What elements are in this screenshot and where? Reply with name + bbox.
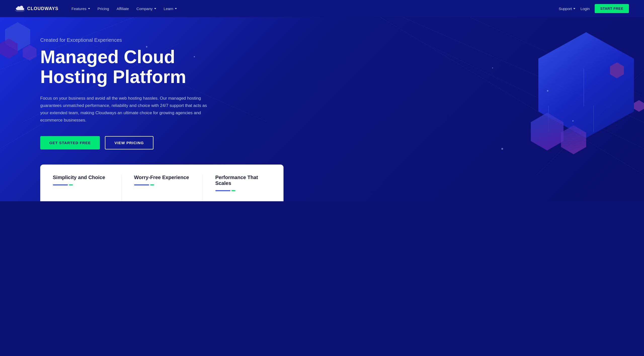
hex-outline-medium xyxy=(548,93,594,145)
features-spacer: Simplicity and Choice Worry-Free Experie… xyxy=(0,165,644,201)
hex-purple-dot xyxy=(610,62,624,78)
svg-line-7 xyxy=(537,70,644,175)
hex-purple-small xyxy=(634,100,644,112)
feature-col-3: Performance That Scales xyxy=(203,175,284,201)
svg-line-5 xyxy=(380,17,644,175)
bar-blue-3 xyxy=(215,190,230,191)
hero-title: Managed Cloud Hosting Platform xyxy=(40,47,226,87)
hero-subtitle: Created for Exceptional Experiences xyxy=(40,37,226,43)
navbar-right: Support Login START FREE xyxy=(559,4,629,13)
view-pricing-button[interactable]: VIEW PRICING xyxy=(105,136,153,149)
logo-link[interactable]: CLOUDWAYS xyxy=(15,5,58,12)
chevron-down-icon xyxy=(88,8,90,9)
dot-3 xyxy=(547,90,548,92)
nav-links: Features Pricing Affiliate Company xyxy=(68,5,180,13)
nav-item-learn[interactable]: Learn xyxy=(161,5,180,13)
support-link[interactable]: Support xyxy=(559,7,576,11)
chevron-down-icon xyxy=(573,8,575,9)
navbar: CLOUDWAYS Features Pricing Affiliate xyxy=(0,0,644,17)
nav-item-pricing[interactable]: Pricing xyxy=(95,5,112,13)
feature-bar-row-2 xyxy=(134,184,190,185)
hex-outline-large xyxy=(584,50,644,125)
feature-title-2: Worry-Free Experience xyxy=(134,175,190,180)
nav-item-affiliate[interactable]: Affiliate xyxy=(113,5,132,13)
hex-solid-small-2 xyxy=(561,125,586,154)
features-bar: Simplicity and Choice Worry-Free Experie… xyxy=(40,165,284,201)
bar-blue-2 xyxy=(134,184,149,185)
svg-line-6 xyxy=(470,17,644,96)
bar-blue-1 xyxy=(53,184,68,185)
svg-line-4 xyxy=(425,44,644,149)
nav-item-company[interactable]: Company xyxy=(133,5,159,13)
feature-col-2: Worry-Free Experience xyxy=(122,175,203,201)
bar-green-3 xyxy=(231,190,235,191)
chevron-down-icon xyxy=(175,8,177,9)
hero-description: Focus on your business and avoid all the… xyxy=(40,95,214,124)
feature-bar-row-1 xyxy=(53,184,109,185)
start-free-button[interactable]: START FREE xyxy=(595,4,629,13)
hex-3d-large xyxy=(538,32,634,138)
bar-green-1 xyxy=(69,184,73,185)
get-started-button[interactable]: GET STARTED FREE xyxy=(40,136,100,149)
dot-6 xyxy=(492,67,493,68)
cloudways-logo-icon xyxy=(15,5,25,12)
chevron-down-icon xyxy=(154,8,156,9)
hex-solid-small-1 xyxy=(531,113,564,150)
nav-item-features[interactable]: Features xyxy=(68,5,93,13)
hero-content: Created for Exceptional Experiences Mana… xyxy=(0,17,226,165)
feature-col-1: Simplicity and Choice xyxy=(40,175,122,201)
hero-buttons: GET STARTED FREE VIEW PRICING xyxy=(40,136,226,149)
hero-section: Created for Exceptional Experiences Mana… xyxy=(0,17,644,201)
svg-line-3 xyxy=(403,17,644,122)
navbar-left: CLOUDWAYS Features Pricing Affiliate xyxy=(15,5,180,13)
bar-green-2 xyxy=(150,184,154,185)
brand-name: CLOUDWAYS xyxy=(27,6,58,11)
feature-title-3: Performance That Scales xyxy=(215,175,271,186)
feature-bar-row-3 xyxy=(215,190,271,191)
dot-4 xyxy=(572,120,574,122)
feature-title-1: Simplicity and Choice xyxy=(53,175,109,180)
login-link[interactable]: Login xyxy=(580,7,590,11)
dot-5 xyxy=(501,148,503,150)
